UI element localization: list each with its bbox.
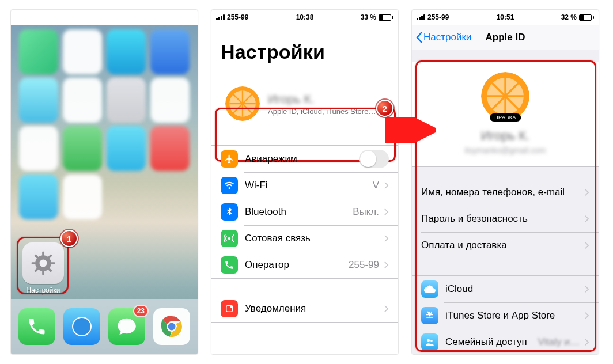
row-payment-shipping[interactable]: Оплата и доставка [412,232,599,259]
profile-block: ПРАВКА Игорь К. itsymanko@gmail.com [412,62,599,167]
app-unknown[interactable] [19,175,58,219]
airplane-toggle[interactable] [359,150,389,168]
status-bar: 255-99 10:38 33 % [211,10,398,25]
chevron-right-icon [584,188,589,196]
appstore-icon [421,307,438,324]
app-unknown[interactable] [150,29,190,74]
row-family-sharing[interactable]: Семейный доступ Vitaly и… [412,329,599,354]
messages-icon [116,316,138,338]
chevron-right-icon [384,234,389,242]
row-label: Wi-Fi [245,180,373,191]
chevron-left-icon [415,32,422,43]
row-bluetooth[interactable]: Bluetooth Выкл. [211,199,398,225]
svg-point-30 [427,339,430,342]
app-chrome[interactable] [153,308,190,345]
screen-settings: 255-99 10:38 33 % Настройки Игорь К. App… [211,9,399,355]
chevron-right-icon [584,338,589,346]
app-phone[interactable] [18,308,55,345]
row-name-phone-email[interactable]: Имя, номера телефонов, e-mail [412,179,599,206]
row-operator[interactable]: Оператор 255-99 [211,252,398,278]
clock: 10:38 [11,13,198,21]
row-password-security[interactable]: Пароль и безопасность [412,206,599,232]
row-label: Пароль и безопасность [421,213,584,225]
app-unknown[interactable] [63,126,102,171]
svg-point-1 [73,318,90,335]
app-unknown[interactable] [19,29,58,74]
row-label: Bluetooth [245,206,353,218]
screen-appleid: 255-99 10:51 32 % Настройки Apple ID ПРА… [411,9,599,355]
chevron-right-icon [384,181,389,189]
page-title: Настройки [211,25,398,69]
phone-icon [221,256,238,274]
status-bar: 255-99 10:51 32 % [412,10,599,25]
row-label: Оператор [245,259,349,271]
clock: 10:51 [412,13,599,21]
chevron-right-icon [384,208,389,216]
svg-point-14 [40,260,47,267]
row-wifi[interactable]: Wi-Fi V [211,172,398,199]
row-label: Уведомления [245,303,384,314]
app-unknown[interactable] [150,78,190,123]
svg-rect-8 [32,262,36,264]
cloud-icon [421,280,438,298]
profile-name: Игорь К. [412,128,599,143]
cellular-icon [221,230,238,247]
row-value: V [373,180,379,191]
chevron-right-icon [384,261,389,269]
app-settings[interactable]: Настройки [19,242,67,294]
step-badge-2: 2 [376,100,393,117]
app-unknown[interactable] [63,29,102,74]
svg-rect-6 [42,252,44,256]
account-subtitle: Apple ID, iCloud, iTunes Store… [268,107,376,116]
app-unknown[interactable] [107,126,146,171]
chevron-right-icon [584,215,589,223]
row-label: Имя, номера телефонов, e-mail [421,187,584,198]
safari-icon [70,315,93,338]
back-button[interactable]: Настройки [412,32,471,43]
dock: 23 [11,299,198,354]
status-bar: 255-99 10:38 33 % [11,10,198,25]
svg-point-23 [230,305,233,308]
row-itunes-appstore[interactable]: iTunes Store и App Store [412,302,599,329]
app-unknown[interactable] [107,29,146,74]
row-airplane[interactable]: Авиарежим [211,146,398,172]
app-unknown[interactable] [19,78,58,123]
row-notifications[interactable]: Уведомления [211,295,398,322]
step-badge-1: 1 [60,230,78,247]
chevron-right-icon [384,305,389,313]
chevron-right-icon [584,285,589,293]
chevron-right-icon [584,241,589,249]
row-label: Оплата и доставка [421,240,584,251]
row-label: Сотовая связь [245,233,384,244]
app-messages[interactable]: 23 [108,308,145,345]
bluetooth-icon [221,203,238,221]
account-name: Игорь К. [268,92,376,106]
notifications-icon [221,300,238,317]
family-icon [421,333,438,351]
account-row[interactable]: Игорь К. Apple ID, iCloud, iTunes Store… [218,78,391,129]
profile-email: itsymanko@gmail.com [412,146,599,155]
app-unknown[interactable] [63,78,102,123]
row-cellular[interactable]: Сотовая связь [211,225,398,252]
chevron-right-icon [584,312,589,320]
chrome-icon [160,314,184,339]
edit-avatar-button[interactable]: ПРАВКА [490,113,521,122]
app-safari[interactable] [63,308,100,345]
airplane-icon [221,150,238,168]
svg-point-31 [430,340,433,342]
row-value: 255-99 [349,259,379,271]
svg-point-21 [228,237,231,240]
app-unknown[interactable] [107,78,146,123]
row-label: iTunes Store и App Store [445,310,584,321]
app-unknown[interactable] [150,126,190,171]
app-settings-label: Настройки [19,286,67,294]
svg-rect-9 [51,262,55,264]
row-value: Vitaly и… [538,336,580,348]
row-icloud[interactable]: iCloud [412,276,599,302]
svg-rect-7 [42,271,44,275]
row-label: iCloud [445,283,584,295]
app-unknown[interactable] [63,175,102,219]
app-unknown[interactable] [19,126,58,171]
gear-icon [30,250,56,276]
nav-bar: Настройки Apple ID [412,25,599,50]
